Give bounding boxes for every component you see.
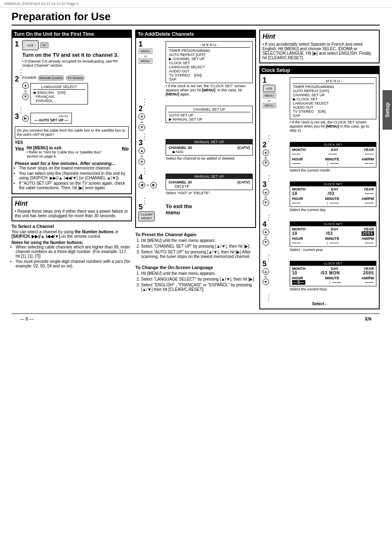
notes-title: Notes for using the Number buttons: bbox=[12, 240, 132, 245]
no-instruction: Please wait for a few minutes. After sca… bbox=[15, 161, 129, 166]
add-step-3-num: 3 bbox=[138, 139, 144, 146]
right-column: Hint • If you accidentally select Spanis… bbox=[259, 30, 380, 309]
clock-dot-3: ⋮ bbox=[263, 215, 376, 221]
up-clock-2[interactable]: ▲ bbox=[263, 149, 269, 156]
clock-row-values2-5: —9—: ———— bbox=[292, 280, 374, 285]
step-3-content: ▶ CH 01 — AUTO SET UP — bbox=[22, 113, 129, 124]
clock-step-2-num: 2 bbox=[263, 141, 268, 149]
change-lang-title: To Change the On-Screen Language bbox=[135, 265, 256, 270]
up-btn-m2[interactable]: ▲ bbox=[138, 113, 145, 120]
right-btn-m4[interactable]: ▶ bbox=[150, 182, 157, 188]
or-c4: or bbox=[265, 236, 267, 239]
add-step-2: 2 ▲ or ▼ CHANNEL SET UP AUTO SET UP bbox=[138, 105, 252, 131]
preset-steps: Hit [MENU] until the main menu appears. … bbox=[135, 238, 256, 259]
hint-bottom-title: Hint bbox=[15, 200, 129, 207]
manual-set-up-item: ▶MANUAL SET UP bbox=[168, 117, 250, 121]
manual-screen-4: MANUAL SET UP CHANNEL 30 (CATV) DELETE bbox=[166, 174, 252, 190]
mi-clockset: CLOCK SET bbox=[168, 61, 250, 65]
up-clock-4[interactable]: ▲ bbox=[263, 229, 269, 235]
add-step-1-note: • If the clock is not set, the "CLOCK SE… bbox=[166, 84, 252, 96]
add-step-5-num: 5 bbox=[138, 203, 144, 211]
down-clock-3[interactable]: ▼ bbox=[263, 199, 269, 206]
preset-section: To Preset the Channel Again Hit [MENU] u… bbox=[135, 232, 256, 260]
no-bullets: The tuner stops on the lowest memorized … bbox=[15, 166, 129, 190]
step-1-content: VCR RC Turn on the TV and set it to chan… bbox=[22, 40, 129, 67]
preset-step-3: Select "AUTO SET UP" by pressing [▲/▼], … bbox=[141, 250, 256, 259]
lang-french: FRANÇAIS bbox=[33, 95, 85, 99]
add-step-4-left: 4 ◀ or ▶ bbox=[138, 174, 163, 188]
preset-step-1: Hit [MENU] until the main menu appears. bbox=[141, 238, 256, 243]
hint-top-text: • If you accidentally select Spanish or … bbox=[263, 42, 376, 60]
mi-audioout: AUDIO OUT bbox=[168, 69, 250, 73]
down-btn-m2[interactable]: ▼ bbox=[138, 124, 145, 131]
step-2-content: POWER Remote Control TV Screen ▲ or ▼ bbox=[22, 75, 129, 105]
clock-screen-2: CLOCK SET MONTHDAYYEAR —————— HOURMINUTE… bbox=[290, 142, 376, 167]
left-btn-m4[interactable]: ◀ bbox=[138, 182, 145, 188]
menu-btn-c1[interactable]: MENU bbox=[263, 93, 277, 98]
menu-screen-1: - M E N U - TIMER PROGRAMMING AUTO REPEA… bbox=[166, 41, 252, 83]
add-step-2-left: 2 ▲ or ▼ bbox=[138, 105, 163, 131]
change-lang-section: To Change the On-Screen Language Hit [ME… bbox=[135, 265, 256, 293]
up-btn-2[interactable]: ▲ bbox=[22, 82, 29, 89]
catv-label-4: (CATV) bbox=[238, 180, 250, 184]
clock-step-1-left: 1 VCR MENU or MENU bbox=[263, 77, 287, 108]
or-mid1: or bbox=[144, 55, 147, 58]
preset-step-2: Select "CHANNEL SET UP" by pressing [▲/▼… bbox=[141, 244, 256, 248]
step-1-note: • If channel 3 is already occupied for b… bbox=[22, 59, 129, 67]
manual-title-4: MANUAL SET UP bbox=[166, 174, 252, 179]
down-btn-2[interactable]: ▼ bbox=[22, 93, 29, 100]
clock-row-labels2-5: HOURMINUTEAM/PM bbox=[292, 276, 374, 280]
menu-btn-1b[interactable]: MENU bbox=[138, 58, 152, 64]
up-clock-3[interactable]: ▲ bbox=[263, 189, 269, 195]
clock-step-1-right: - M E N U - TIMER PROGRAMMING AUTO REPEA… bbox=[290, 77, 376, 132]
step3-note: Select the channel to be added or delete… bbox=[166, 156, 252, 160]
clear-reset-btn[interactable]: CLEAR/RESET bbox=[138, 211, 154, 221]
menu-btn-1[interactable]: MENU bbox=[138, 49, 152, 54]
yes-instruction: Hit [MENU] to exit. bbox=[27, 146, 111, 150]
add-step-1: 1 MENU or MENU - M E N U - TIMER PROGRAM… bbox=[138, 40, 252, 96]
down-clock-5[interactable]: ▼ bbox=[263, 279, 269, 285]
or-mid3: or bbox=[141, 155, 143, 158]
clock-row-values2-4: ——: ———— bbox=[292, 241, 374, 245]
channel-setup-screen: CHANNEL SET UP AUTO SET UP ▶MANUAL SET U… bbox=[166, 106, 252, 123]
down-clock-2[interactable]: ▼ bbox=[263, 160, 269, 166]
up-btn-m3[interactable]: ▲ bbox=[138, 147, 145, 154]
step5-text: To exit themenu bbox=[166, 203, 252, 216]
channel-row-4: CHANNEL 30 (CATV) bbox=[168, 180, 249, 184]
down-btn-m3[interactable]: ▼ bbox=[138, 158, 145, 165]
device-icon: VCR bbox=[22, 40, 39, 50]
turn-on-title: Turn On the Unit for the First Time bbox=[12, 30, 131, 38]
add-step-1-num: 1 bbox=[138, 40, 144, 48]
page-number: — 8 — bbox=[20, 316, 34, 321]
clock-step-3-num: 3 bbox=[263, 181, 268, 188]
down-clock-4[interactable]: ▼ bbox=[263, 239, 269, 246]
manual-title-3: MANUAL SET UP bbox=[166, 139, 252, 144]
no-bullet-1: The tuner stops on the lowest memorized … bbox=[19, 166, 129, 170]
play-btn-3[interactable]: ▶ bbox=[22, 115, 29, 122]
mid-dot-4: ⋮ bbox=[138, 198, 252, 204]
hint-top-box: Hint • If you accidentally select Spanis… bbox=[259, 30, 380, 63]
dot-connector-2: ⋮ bbox=[15, 108, 129, 113]
mi-channelsetup: ▶CHANNEL SET UP bbox=[168, 57, 250, 61]
lang-select-title: LANGUAGE SELECT bbox=[33, 85, 85, 90]
clock-step-2-left: 2 ▲ or ▼ bbox=[263, 141, 287, 166]
add-step-2-num: 2 bbox=[138, 105, 144, 112]
clock-screen-title-3: CLOCK SET bbox=[290, 182, 376, 186]
clock-step-3-note: Select the current day. bbox=[290, 208, 376, 212]
clock-dot-1: ⋮ bbox=[263, 136, 376, 141]
step-1-row: 1 VCR RC Turn on the TV and set it to ch… bbox=[15, 40, 129, 67]
cable-note: Do you connect the cable from the cable … bbox=[15, 126, 129, 139]
hint-bottom-box: Hint • Repeat these steps only if either… bbox=[12, 197, 132, 221]
mid-dot-2: ⋮ bbox=[138, 134, 252, 139]
add-delete-title: To Add/Delete Channels bbox=[136, 30, 255, 38]
mi-sap: SAP bbox=[168, 77, 250, 81]
step-3-row: 3 ▶ CH 01 — AUTO SET UP — bbox=[15, 113, 129, 124]
step-1-num: 1 bbox=[15, 40, 21, 48]
clock-dot-2: ⋮ bbox=[263, 176, 376, 181]
clock-row-values2-3: ——: ———— bbox=[292, 201, 374, 205]
clock-row-values-2: —————— bbox=[292, 152, 374, 156]
add-step-4: 4 ◀ or ▶ MANUAL SET UP bbox=[138, 174, 252, 195]
menu-btn-c1b[interactable]: MENU bbox=[263, 103, 277, 108]
up-clock-5[interactable]: ▲ bbox=[263, 268, 269, 275]
menu-screen-title: - M E N U - bbox=[168, 43, 250, 48]
